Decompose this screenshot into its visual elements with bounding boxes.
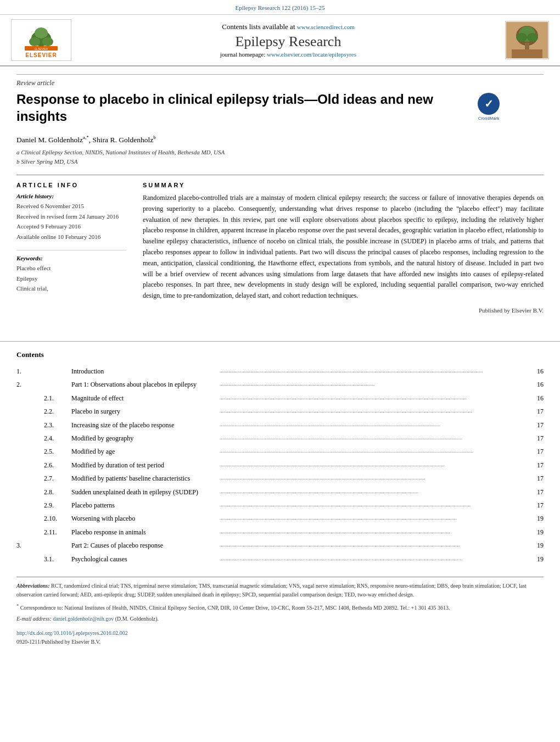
svg-point-3 <box>29 37 40 46</box>
toc-sub: 2.3. <box>44 419 71 432</box>
svg-point-4 <box>42 37 53 46</box>
toc-page: 16 <box>527 378 544 391</box>
correspondence-star: * <box>16 604 19 609</box>
toc-sub: 2.4. <box>44 432 71 445</box>
toc-dots: ........................................… <box>220 405 527 418</box>
revised-date: Received in revised form 24 January 2016 <box>16 211 126 222</box>
svg-point-11 <box>516 33 527 42</box>
article-info-column: ARTICLE INFO Article history: Received 6… <box>16 182 126 314</box>
crossmark-symbol: ✓ <box>484 97 494 110</box>
toc-text: Modified by patients' baseline character… <box>71 472 220 485</box>
toc-dots: ........................................… <box>220 459 527 472</box>
journal-center: Contents lists available at www.scienced… <box>71 23 505 58</box>
toc-text: Worsening with placebo <box>71 512 220 525</box>
toc-row: 2.2.Placebo in surgery..................… <box>16 405 544 418</box>
toc-sub: 2.2. <box>44 405 71 418</box>
published-by: Published by Elsevier B.V. <box>143 307 544 314</box>
toc-text: Psychological causes <box>71 553 220 566</box>
toc-table: 1.Introduction..........................… <box>16 365 544 566</box>
toc-dots: ........................................… <box>220 445 527 458</box>
toc-text: Part 2: Causes of placebo response <box>71 539 220 552</box>
journal-homepage: journal homepage: www.elsevier.com/locat… <box>71 51 505 58</box>
article-type: Review article <box>16 74 544 87</box>
toc-dots: ........................................… <box>220 419 527 432</box>
toc-text: Increasing size of the placebo response <box>71 419 220 432</box>
toc-row: 2.11.Placebo response in animals........… <box>16 526 544 539</box>
toc-row: 2.9.Placebo patterns....................… <box>16 499 544 512</box>
correspondence-text: Correspondence to: National Institutes o… <box>20 605 450 611</box>
svg-rect-14 <box>512 49 542 58</box>
toc-row: 3.Part 2: Causes of placebo response....… <box>16 539 544 552</box>
keyword2: Epilepsy <box>16 274 126 284</box>
footer-notes: Abbreviations: RCT, randomized clinical … <box>16 577 544 646</box>
toc-num <box>16 486 44 499</box>
toc-page: 19 <box>527 526 544 539</box>
sciencedirect-link[interactable]: www.sciencedirect.com <box>297 24 355 30</box>
journal-ref-link[interactable]: Epilepsy Research 122 (2016) 15–25 <box>235 4 324 11</box>
toc-text: Sudden unexplained death in epilepsy (SU… <box>71 486 220 499</box>
journal-title: Epilepsy Research <box>71 34 505 50</box>
toc-dots: ........................................… <box>220 539 527 552</box>
elsevier-wordmark: ELSEVIER <box>25 52 57 58</box>
history-label: Article history: <box>16 193 126 199</box>
toc-row: 3.1.Psychological causes................… <box>16 553 544 566</box>
toc-row: 2.8.Sudden unexplained death in epilepsy… <box>16 486 544 499</box>
toc-text: Magnitude of effect <box>71 392 220 405</box>
toc-row: 2.10.Worsening with placebo.............… <box>16 512 544 525</box>
toc-dots: ........................................… <box>220 432 527 445</box>
toc-sub: 2.9. <box>44 499 71 512</box>
contents-section: Contents 1.Introduction.................… <box>0 350 560 566</box>
toc-sub: 3.1. <box>44 553 71 566</box>
toc-page: 16 <box>527 365 544 378</box>
toc-sub: 2.5. <box>44 445 71 458</box>
summary-column: SUMMARY Randomized placebo-controlled tr… <box>143 182 544 314</box>
toc-num <box>16 512 44 525</box>
toc-num <box>16 553 44 566</box>
email-link[interactable]: daniel.goldenholz@nih.gov <box>53 616 114 622</box>
toc-text: Placebo patterns <box>71 499 220 512</box>
toc-page: 17 <box>527 459 544 472</box>
toc-page: 17 <box>527 486 544 499</box>
toc-dots: ........................................… <box>220 472 527 485</box>
doi-link[interactable]: http://dx.doi.org/10.1016/j.eplepsyres.2… <box>16 630 128 636</box>
keyword3: Clinical trial, <box>16 283 126 294</box>
toc-dots: ........................................… <box>220 486 527 499</box>
journal-homepage-link[interactable]: www.elsevier.com/locate/epilepsyres <box>267 51 356 58</box>
toc-page: 17 <box>527 405 544 418</box>
footer-doi: http://dx.doi.org/10.1016/j.eplepsyres.2… <box>16 629 544 638</box>
summary-title: SUMMARY <box>143 182 544 188</box>
toc-sub: 2.7. <box>44 472 71 485</box>
toc-page: 17 <box>527 419 544 432</box>
toc-dots: ........................................… <box>220 499 527 512</box>
toc-sub: 2.6. <box>44 459 71 472</box>
summary-text: Randomized placebo-controlled trials are… <box>143 193 544 302</box>
toc-row: 2.7.Modified by patients' baseline chara… <box>16 472 544 485</box>
toc-row: 2.6.Modified by duration of test period.… <box>16 459 544 472</box>
elsevier-tree-svg: ELSEVIER <box>19 22 63 52</box>
affil-b: b Silver Spring MD, USA <box>16 157 544 167</box>
author2-name: , Shira R. Goldenholz <box>89 136 153 144</box>
toc-row: 2.Part 1: Observations about placebos in… <box>16 378 544 391</box>
toc-row: 2.3.Increasing size of the placebo respo… <box>16 419 544 432</box>
toc-sub: 2.1. <box>44 392 71 405</box>
author1-name: Daniel M. Goldenholz <box>16 136 83 144</box>
toc-text: Introduction <box>71 365 220 378</box>
toc-sub: 2.11. <box>44 526 71 539</box>
toc-row: 2.1.Magnitude of effect.................… <box>16 392 544 405</box>
toc-dots: ........................................… <box>220 378 527 391</box>
toc-dots: ........................................… <box>220 392 527 405</box>
crossmark-area: ✓ CrossMark <box>478 93 500 121</box>
accepted-date: Accepted 9 February 2016 <box>16 221 126 232</box>
title-area: Response to placebo in clinical epilepsy… <box>16 91 544 130</box>
toc-text: Modified by geography <box>71 432 220 445</box>
keywords-label: Keywords: <box>16 255 126 261</box>
toc-sub: 2.8. <box>44 486 71 499</box>
main-content: Review article Response to placebo in cl… <box>0 66 560 332</box>
article-title: Response to placebo in clinical epilepsy… <box>16 91 467 125</box>
svg-point-5 <box>35 27 48 38</box>
right-logo-box <box>505 21 549 59</box>
toc-sub: 2.10. <box>44 512 71 525</box>
svg-point-12 <box>527 33 538 42</box>
toc-page: 17 <box>527 499 544 512</box>
top-bar: Epilepsy Research 122 (2016) 15–25 <box>0 0 560 15</box>
